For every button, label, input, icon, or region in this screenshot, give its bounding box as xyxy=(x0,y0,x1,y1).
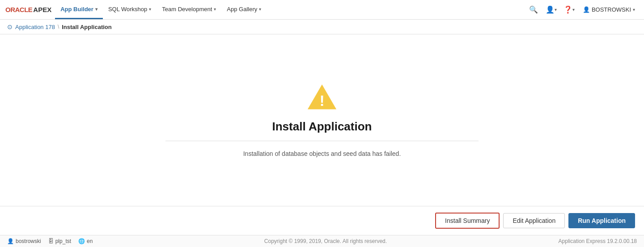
nav-tabs: App Builder ▾ SQL Workshop ▾ Team Develo… xyxy=(55,0,267,19)
globe-icon: 🌐 xyxy=(78,238,85,244)
svg-text:!: ! xyxy=(319,92,324,109)
breadcrumb: ⊙ Application 178 \ Install Application xyxy=(0,20,644,34)
warning-icon-wrap: ! xyxy=(306,83,338,111)
chevron-down-icon: ▾ xyxy=(259,7,261,12)
chevron-down-icon: ▾ xyxy=(633,7,635,12)
page-title: Install Application xyxy=(272,120,372,134)
tab-sql-workshop[interactable]: SQL Workshop ▾ xyxy=(103,0,157,19)
user-icon: 👤 xyxy=(7,238,14,244)
footer: 👤 bostrowski 🗄 plp_tst 🌐 en Copyright © … xyxy=(0,235,644,247)
user-menu-button[interactable]: 👤▾ xyxy=(543,2,559,18)
install-summary-button[interactable]: Install Summary xyxy=(435,213,500,229)
breadcrumb-back-link[interactable]: Application 178 xyxy=(15,24,55,30)
warning-triangle-icon: ! xyxy=(306,83,338,111)
tab-team-development-label: Team Development xyxy=(162,6,212,13)
run-application-button[interactable]: Run Application xyxy=(568,213,635,228)
tab-team-development[interactable]: Team Development ▾ xyxy=(157,0,221,19)
footer-version: Application Express 19.2.0.00.18 xyxy=(559,238,637,244)
footer-schema-label: plp_tst xyxy=(55,238,71,244)
navbar-right: 🔍 👤▾ ❓▾ 👤 BOSTROWSKI ▾ xyxy=(525,0,639,19)
tab-app-gallery-label: App Gallery xyxy=(227,6,257,13)
breadcrumb-separator: \ xyxy=(58,24,59,30)
chevron-down-icon: ▾ xyxy=(572,7,575,12)
user-avatar-icon: 👤 xyxy=(583,6,590,13)
chevron-down-icon: ▾ xyxy=(214,7,216,12)
footer-username: bostrowski xyxy=(16,238,41,244)
username-label: BOSTROWSKI xyxy=(592,6,631,13)
oracle-logo: ORACLE APEX xyxy=(5,6,51,13)
footer-language: 🌐 en xyxy=(78,238,93,244)
footer-copyright: Copyright © 1999, 2019, Oracle. All righ… xyxy=(93,238,558,244)
chevron-down-icon: ▾ xyxy=(555,7,557,12)
footer-language-label: en xyxy=(87,238,93,244)
main-content: ! Install Application Installation of da… xyxy=(0,34,644,206)
tab-app-builder[interactable]: App Builder ▾ xyxy=(55,0,103,19)
footer-schema: 🗄 plp_tst xyxy=(48,238,71,244)
database-icon: 🗄 xyxy=(48,238,54,244)
breadcrumb-current: Install Application xyxy=(62,24,111,30)
back-icon: ⊙ xyxy=(7,23,13,30)
brand: ORACLE APEX xyxy=(5,0,51,19)
bottom-actions: Install Summary Edit Application Run App… xyxy=(0,206,644,235)
content-divider xyxy=(165,141,479,141)
apex-text: APEX xyxy=(33,6,51,13)
user-profile-button[interactable]: 👤 BOSTROWSKI ▾ xyxy=(579,2,639,18)
search-button[interactable]: 🔍 xyxy=(525,2,542,18)
chevron-down-icon: ▾ xyxy=(95,7,97,12)
help-button[interactable]: ❓▾ xyxy=(561,2,577,18)
tab-app-builder-label: App Builder xyxy=(60,6,93,13)
oracle-text: ORACLE xyxy=(5,6,32,13)
edit-application-button[interactable]: Edit Application xyxy=(503,213,565,228)
message-text: Installation of database objects and see… xyxy=(243,150,401,157)
tab-app-gallery[interactable]: App Gallery ▾ xyxy=(221,0,267,19)
footer-left: 👤 bostrowski 🗄 plp_tst 🌐 en xyxy=(7,238,93,244)
tab-sql-workshop-label: SQL Workshop xyxy=(108,6,147,13)
navbar: ORACLE APEX App Builder ▾ SQL Workshop ▾… xyxy=(0,0,644,20)
footer-user: 👤 bostrowski xyxy=(7,238,41,244)
chevron-down-icon: ▾ xyxy=(149,7,151,12)
